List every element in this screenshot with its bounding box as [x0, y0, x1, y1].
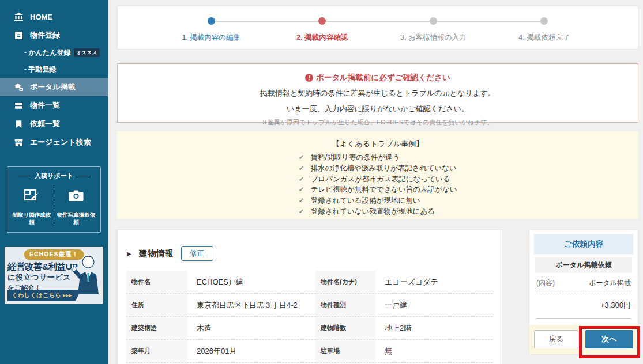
step-1-edit-content[interactable]: 1. 掲載内容の編集: [156, 17, 267, 43]
triangle-icon: ▶: [127, 251, 131, 257]
step-dot: [318, 17, 326, 25]
bank-icon: [14, 12, 24, 22]
table-row: 築年月 2026年01月 駐車場 無: [126, 340, 492, 363]
sidebar-item-label: - 手動登録: [24, 65, 56, 74]
echoes-service-banner[interactable]: ECHOES厳選！ 経営改善&利益UP に役立つサービス をご紹介！ くわしくは…: [5, 247, 103, 304]
sidebar-item-label: 物件一覧: [30, 100, 60, 111]
common-trouble-examples: 【よくあるトラブル事例】 ✓賃料/間取り等の条件が違う ✓排水の浄化槽や汲み取り…: [117, 131, 638, 219]
order-addition: +3,300円: [529, 293, 638, 318]
photo-request-button[interactable]: 物件写真撮影依頼: [54, 186, 98, 226]
sidebar-item-label: HOME: [30, 13, 52, 21]
alert-icon: !: [305, 74, 313, 82]
sidebar-item-manual-register[interactable]: - 手動登録: [0, 61, 108, 78]
step-dot: [208, 17, 215, 25]
sidebar-item-label: - かんたん登録: [24, 48, 70, 58]
recommend-badge: オススメ: [74, 48, 100, 57]
sidebar-item-request-list[interactable]: 依頼一覧: [0, 115, 108, 133]
request-list-icon: [14, 119, 24, 129]
trouble-item: ✓登録されていない残置物が現地にある: [299, 206, 457, 217]
support-title: 入稿サポート: [10, 172, 98, 180]
order-type: ポータル掲載依頼: [535, 257, 632, 273]
warning-line2: いま一度、入力内容に誤りがないかご確認ください。: [118, 104, 638, 114]
sidebar-item-home[interactable]: HOME: [0, 8, 108, 26]
submission-support-box: 入稿サポート 間取り図作成依頼 物件写真撮影依頼: [7, 166, 101, 233]
check-icon: ✓: [299, 184, 304, 195]
check-icon: ✓: [299, 195, 304, 206]
camera-icon: [67, 196, 85, 206]
edit-button[interactable]: 修正: [181, 246, 213, 261]
order-title: ご依頼内容: [534, 234, 633, 254]
property-list-icon: [14, 101, 24, 111]
trouble-title: 【よくあるトラブル事例】: [117, 131, 638, 149]
sidebar-item-label: エージェント検索: [30, 137, 91, 147]
building-info-table: 物件名 ECHOES戸建 物件名(カナ) エコーズコダテ 住所 東京都目黒区下目…: [126, 271, 492, 364]
table-row: 物件名 ECHOES戸建 物件名(カナ) エコーズコダテ: [126, 271, 492, 294]
trouble-list: ✓賃料/間取り等の条件が違う ✓排水の浄化槽や汲み取りが表記されていない ✓プロ…: [299, 152, 457, 217]
photo-label: 物件写真撮影依頼: [55, 211, 97, 226]
sidebar-item-label: ポータル掲載: [30, 82, 76, 92]
sidebar-item-portal-post[interactable]: ポータル掲載: [0, 78, 108, 96]
trouble-item: ✓登録されている設備が現地に無い: [299, 195, 457, 206]
sidebar-item-label: 物件登録: [30, 30, 60, 40]
order-summary-panel: ご依頼内容 ポータル掲載依頼 (内容) ポータル掲載 +3,300円 ご請求金額…: [529, 229, 638, 355]
back-button[interactable]: 戻る: [534, 330, 578, 348]
order-content-label: (内容): [536, 278, 555, 288]
step-dot: [540, 17, 548, 25]
order-content-value: ポータル掲載: [589, 278, 631, 288]
sidebar-item-property-register[interactable]: 物件登録: [0, 26, 108, 44]
sidebar-nav: HOME 物件登録 - かんたん登録 オススメ - 手動登録 ポータル掲載: [0, 0, 108, 151]
floorplan-label: 間取り図作成依頼: [11, 211, 52, 226]
sidebar-item-agent-search[interactable]: エージェント検索: [0, 133, 108, 151]
sidebar: HOME 物件登録 - かんたん登録 オススメ - 手動登録 ポータル掲載: [0, 0, 108, 364]
trouble-item: ✓テレビ視聴が無料でできない旨の表記がない: [299, 184, 457, 195]
check-icon: ✓: [299, 152, 304, 163]
banner-line1: 経営改善&利益UP: [7, 261, 77, 273]
building-info-title: 建物情報: [139, 248, 174, 259]
table-row: 建築構造 木造 建物階数 地上2階: [126, 317, 492, 340]
check-icon: ✓: [299, 174, 304, 185]
trouble-item: ✓プロパンガスが都市ガス表記になっている: [299, 174, 457, 185]
banner-line2: に役立つサービス: [7, 272, 71, 283]
progress-stepper: 1. 掲載内容の編集 2. 掲載内容確認 3. お客様情報の入力 4. 掲載依頼…: [117, 6, 638, 50]
sidebar-item-easy-register[interactable]: - かんたん登録 オススメ: [0, 44, 108, 61]
sidebar-item-property-list[interactable]: 物件一覧: [0, 96, 108, 115]
panel-footer: 戻る 次へ: [529, 325, 638, 354]
step-2-confirm-content[interactable]: 2. 掲載内容確認: [267, 17, 378, 43]
warning-title-row: ! ポータル掲載前に必ずご確認ください: [118, 73, 638, 83]
trouble-item: ✓賃料/間取り等の条件が違う: [299, 152, 457, 163]
step-dot: [430, 17, 437, 25]
floorplan-icon: [23, 196, 40, 206]
check-icon: ✓: [299, 206, 304, 217]
portal-posting-confirm-page: HOME 物件登録 - かんたん登録 オススメ - 手動登録 ポータル掲載: [0, 0, 643, 364]
pre-post-warning: ! ポータル掲載前に必ずご確認ください 掲載情報と契約時の条件に差異が生じるとト…: [117, 63, 638, 123]
sidebar-item-label: 依頼一覧: [30, 119, 60, 129]
agent-search-icon: [14, 138, 24, 147]
floorplan-request-button[interactable]: 間取り図作成依頼: [10, 186, 54, 226]
table-row: 住所 東京都目黒区下目黒３丁目4-2 物件種別 一戸建: [126, 294, 492, 317]
trouble-item: ✓排水の浄化槽や汲み取りが表記されていない: [299, 163, 457, 174]
step-4-request-complete[interactable]: 4. 掲載依頼完了: [489, 17, 600, 43]
property-register-icon: [14, 31, 24, 40]
banner-cta[interactable]: くわしくはこちら ▸▸▸: [7, 290, 81, 301]
portal-post-icon: [14, 82, 24, 92]
warning-line1: 掲載情報と契約時の条件に差異が生じるとトラブルの元となります。: [118, 88, 638, 98]
warning-title: ポータル掲載前に必ずご確認ください: [316, 73, 450, 83]
step-3-customer-info[interactable]: 3. お客様情報の入力: [378, 17, 489, 43]
building-info-card: ▶ 建物情報 修正 物件名 ECHOES戸建 物件名(カナ) エコーズコダテ 住…: [117, 229, 502, 364]
next-button[interactable]: 次へ: [585, 330, 633, 348]
check-icon: ✓: [299, 163, 304, 174]
warning-note: ※差異が原因でトラブルが生じた場合、ECHOESではその責任を負いかねます。: [118, 118, 638, 127]
